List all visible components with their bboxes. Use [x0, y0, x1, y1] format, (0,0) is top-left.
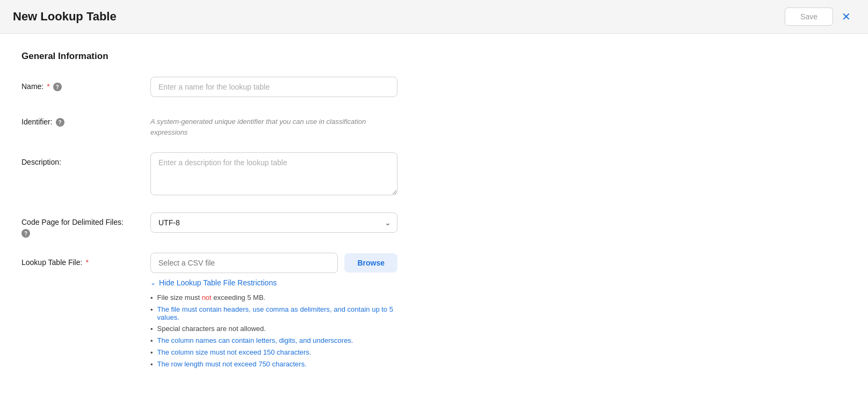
restriction-text: Special characters are not allowed.	[157, 325, 266, 333]
restrictions-toggle-label: Hide Lookup Table File Restrictions	[159, 278, 277, 287]
header: New Lookup Table Save ✕	[0, 0, 868, 34]
description-row: Description:	[21, 152, 847, 197]
identifier-help-icon[interactable]: ?	[56, 118, 64, 127]
chevron-down-icon: ⌄	[150, 279, 156, 286]
file-required: *	[85, 258, 88, 267]
file-input-row: Browse	[150, 253, 397, 273]
list-item: The column names can contain letters, di…	[150, 336, 397, 345]
code-page-row: Code Page for Delimited Files: ? UTF-8 ⌄	[21, 212, 847, 238]
restriction-text: The row length must not exceed 750 chara…	[157, 360, 307, 368]
restriction-text: The file must contain headers, use comma…	[157, 305, 397, 321]
name-input[interactable]	[150, 77, 397, 97]
name-label: Name: * ?	[21, 77, 150, 91]
code-page-select-wrapper: UTF-8 ⌄	[150, 212, 397, 233]
identifier-hint-wrapper: A system-generated unique identifier tha…	[150, 112, 397, 137]
name-field-wrapper	[150, 77, 397, 97]
file-field-wrapper: Browse ⌄ Hide Lookup Table File Restrict…	[150, 253, 397, 372]
close-button[interactable]: ✕	[837, 8, 855, 25]
restriction-text: The column size must not exceed 150 char…	[157, 348, 312, 356]
section-title: General Information	[21, 51, 847, 62]
file-label: Lookup Table File: *	[21, 253, 150, 267]
name-required: *	[47, 82, 49, 91]
list-item: The row length must not exceed 750 chara…	[150, 360, 397, 369]
file-input[interactable]	[150, 253, 338, 273]
list-item: Special characters are not allowed.	[150, 325, 397, 333]
main-content: General Information Name: * ? Identifier…	[0, 34, 868, 397]
code-page-label: Code Page for Delimited Files: ?	[21, 212, 150, 238]
code-page-field-wrapper: UTF-8 ⌄	[150, 212, 397, 233]
browse-button[interactable]: Browse	[344, 253, 397, 273]
description-label: Description:	[21, 152, 150, 166]
page-title: New Lookup Table	[13, 10, 117, 24]
restrictions-list: File size must not exceeding 5 MB. The f…	[150, 293, 397, 372]
list-item: The file must contain headers, use comma…	[150, 305, 397, 321]
identifier-label: Identifier: ?	[21, 112, 150, 127]
description-field-wrapper	[150, 152, 397, 197]
list-item: The column size must not exceed 150 char…	[150, 348, 397, 357]
name-row: Name: * ?	[21, 77, 847, 97]
description-input[interactable]	[150, 152, 397, 195]
identifier-row: Identifier: ? A system-generated unique …	[21, 112, 847, 137]
code-page-help-icon[interactable]: ?	[21, 229, 30, 238]
list-item: File size must not exceeding 5 MB.	[150, 293, 397, 302]
name-help-icon[interactable]: ?	[53, 83, 62, 91]
save-button[interactable]: Save	[785, 8, 833, 26]
restriction-text: File size must not exceeding 5 MB.	[157, 293, 266, 302]
header-actions: Save ✕	[785, 8, 855, 26]
code-page-select[interactable]: UTF-8	[150, 212, 397, 233]
file-row: Lookup Table File: * Browse ⌄ Hide Looku…	[21, 253, 847, 372]
restriction-text: The column names can contain letters, di…	[157, 336, 353, 344]
page-container: New Lookup Table Save ✕ General Informat…	[0, 0, 868, 397]
restrictions-toggle[interactable]: ⌄ Hide Lookup Table File Restrictions	[150, 278, 277, 287]
identifier-hint: A system-generated unique identifier tha…	[150, 112, 397, 137]
